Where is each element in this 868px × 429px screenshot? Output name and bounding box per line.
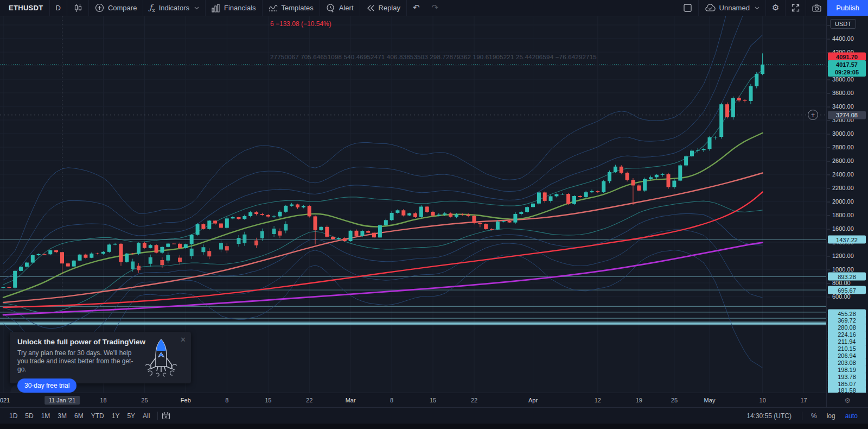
compare-button[interactable]: Compare [89,0,143,16]
log-scale-toggle[interactable]: log [822,412,840,420]
go-to-date-icon[interactable] [162,412,170,420]
time-axis-label: 18 [100,397,106,403]
gear-icon: ⚙ [772,4,779,12]
upsell-popup: Unlock the full power of TradingView Try… [10,332,191,383]
price-axis-label: 1000.00 [827,266,868,273]
price-axis-label: 3800.00 [827,76,868,83]
redo-button[interactable]: ↷ [426,0,445,16]
last-price-chip: 4017.57 09:29:05 [828,60,866,77]
range-button-ytd[interactable]: YTD [87,412,108,420]
currency-toggle[interactable]: USDT [830,19,856,29]
layout-name-label: Unnamed [719,4,750,12]
popup-body: Try any plan free for 30 days. We'll hel… [17,349,142,374]
time-axis-label: 8 [390,397,393,403]
price-axis-label: 1200.00 [827,253,868,260]
symbol-button[interactable]: ETHUSDT [0,0,49,16]
cloud-save-button[interactable]: Unnamed [699,0,765,16]
gear-icon: ⚙ [844,397,851,404]
crosshair-date-chip: 11 Jan '21 [44,396,80,405]
fullscreen-button[interactable] [786,0,806,16]
chart-style-button[interactable] [67,0,88,16]
level-price-chip: 893.28 [828,273,866,281]
time-axis-label: Mar [346,397,356,403]
camera-icon [812,4,821,12]
indicators-label: Indicators [159,4,189,12]
time-axis-label: 22 [306,397,312,403]
time-axis-label: 25 [671,397,678,403]
compare-icon [95,3,104,12]
chart-pane[interactable]: 6 −133.08 (−10.54%) 27750067 705.6465109… [0,16,826,393]
alert-button[interactable]: Alert [320,0,360,16]
range-button-1d[interactable]: 1D [5,412,21,420]
replay-label: Replay [379,4,400,12]
time-axis-label: 17 [800,397,807,403]
templates-button[interactable]: Templates [263,0,320,16]
financials-icon [212,4,220,12]
time-axis-label: 10 [760,397,766,403]
range-button-5y[interactable]: 5Y [123,412,139,420]
cloud-check-icon [705,4,716,12]
bottom-toolbar-right: 14:30:55 (UTC) % log auto [746,412,863,420]
range-button-1y[interactable]: 1Y [108,412,124,420]
range-button-5d[interactable]: 5D [21,412,37,420]
price-axis-label: 3600.00 [827,90,868,97]
toolbar-divider [157,412,158,420]
templates-label: Templates [282,4,314,12]
clock-utc[interactable]: 14:30:55 (UTC) [746,412,798,420]
time-axis-label: 22 [471,397,477,403]
time-axis-label: Apr [528,397,538,403]
level-price-chip: 1437.22 [828,236,866,244]
bottom-toolbar: 1D5D1M3M6MYTD1Y5YAll 14:30:55 (UTC) % lo… [0,407,868,424]
time-axis[interactable]: 202111 Jan '211825Feb81522Mar81522Apr121… [0,393,868,407]
chevron-down-icon [194,7,199,10]
time-axis-labels: 202111 Jan '211825Feb81522Mar81522Apr121… [0,393,826,407]
snapshot-button[interactable] [806,0,827,16]
settings-button[interactable]: ⚙ [766,0,785,16]
time-axis-label: 19 [636,397,642,403]
chevron-down-icon [755,7,760,10]
price-axis[interactable]: 600.00800.001000.001200.001400.001600.00… [826,16,868,393]
replay-button[interactable]: Replay [360,0,406,16]
time-axis-label: 12 [595,397,601,403]
fullscreen-icon [792,4,800,12]
publish-button[interactable]: Publish [827,0,868,16]
price-axis-label: 3000.00 [827,130,868,137]
time-axis-label: May [704,397,716,403]
interval-label: D [56,4,61,12]
auto-scale-toggle[interactable]: auto [840,412,863,420]
undo-button[interactable]: ↶ [407,0,426,16]
percent-scale-toggle[interactable]: % [806,412,822,420]
close-icon[interactable]: ✕ [180,336,186,344]
layout-icon [683,3,692,12]
range-button-all[interactable]: All [139,412,154,420]
range-button-1m[interactable]: 1M [37,412,54,420]
layout-button[interactable] [677,0,698,16]
main-area: 6 −133.08 (−10.54%) 27750067 705.6465109… [0,16,868,393]
last-price-value: 4017.57 [836,61,858,68]
tradingview-app: ETHUSDT D Compare ƒx [0,0,868,429]
financials-button[interactable]: Financials [206,0,262,16]
range-button-6m[interactable]: 6M [71,412,87,420]
replay-icon [366,4,375,12]
price-axis-label: 2600.00 [827,157,868,165]
bar-countdown: 09:29:05 [835,68,859,76]
rocket-illustration [143,336,179,382]
compare-label: Compare [108,4,137,12]
range-button-3m[interactable]: 3M [54,412,71,420]
price-axis-label: 1600.00 [827,225,868,232]
undo-icon: ↶ [413,4,420,12]
add-alert-plus-icon[interactable]: + [808,110,818,120]
time-axis-label: 15 [430,397,436,403]
window-edge [0,424,868,429]
financials-label: Financials [224,4,256,12]
price-axis-label: 4400.00 [827,35,868,42]
price-axis-label: 2200.00 [827,185,868,192]
level-price-chip: 695.67 [828,286,866,294]
candlestick-icon [73,3,82,12]
free-trial-button[interactable]: 30-day free trial [17,378,76,393]
indicators-button[interactable]: ƒx Indicators [143,0,205,16]
alert-label: Alert [339,4,354,12]
time-axis-label: Feb [181,397,191,403]
axis-settings-corner[interactable]: ⚙ [826,393,868,407]
interval-button[interactable]: D [50,0,67,16]
